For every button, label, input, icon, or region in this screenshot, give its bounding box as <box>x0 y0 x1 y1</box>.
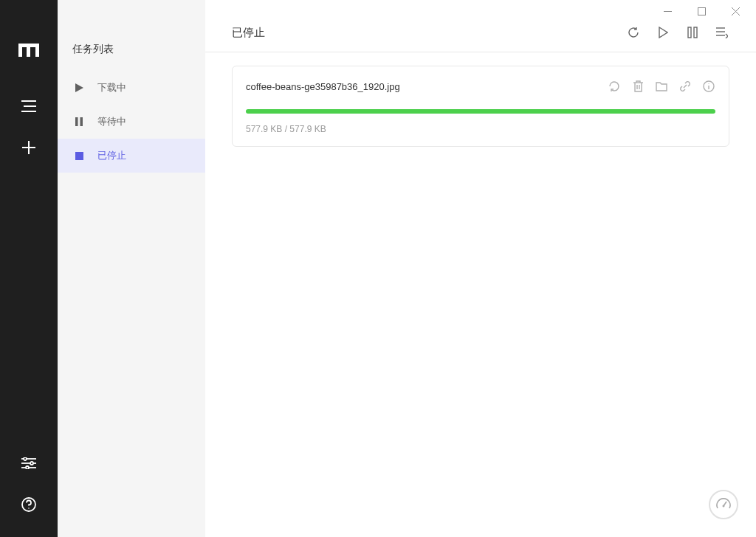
tasks-nav-icon[interactable] <box>0 86 58 127</box>
window-close-button[interactable] <box>718 1 752 21</box>
window-maximize-button[interactable] <box>684 1 718 21</box>
add-nav-icon[interactable] <box>0 127 58 168</box>
app-logo <box>0 30 58 71</box>
svg-point-8 <box>30 462 33 465</box>
sidebar-item-label: 已停止 <box>97 149 126 162</box>
sidebar-item-label: 下载中 <box>97 81 126 94</box>
sidebar-item-stopped[interactable]: 已停止 <box>58 139 205 173</box>
sidebar-item-downloading[interactable]: 下载中 <box>58 71 205 105</box>
svg-rect-20 <box>688 27 691 38</box>
sidebar-item-label: 等待中 <box>97 115 126 128</box>
progress-bar <box>246 109 715 114</box>
link-icon[interactable] <box>678 80 692 93</box>
task-filename: coffee-beans-ge35987b36_1920.jpg <box>246 81 400 92</box>
pause-button[interactable] <box>685 25 700 40</box>
task-size-text: 577.9 KB / 577.9 KB <box>246 124 715 134</box>
svg-rect-21 <box>694 27 697 38</box>
svg-point-6 <box>24 457 27 460</box>
refresh-button[interactable] <box>626 25 641 40</box>
stop-icon <box>72 152 86 160</box>
sidebar-item-waiting[interactable]: 等待中 <box>58 105 205 139</box>
delete-icon[interactable] <box>631 80 645 93</box>
svg-point-12 <box>28 507 30 509</box>
window-minimize-button[interactable] <box>650 1 684 21</box>
restart-icon[interactable] <box>608 80 621 93</box>
svg-rect-15 <box>75 152 83 160</box>
settings-nav-icon[interactable] <box>0 443 58 484</box>
svg-rect-17 <box>698 7 705 15</box>
speed-fab[interactable] <box>709 490 738 519</box>
play-icon <box>72 83 86 92</box>
resume-button[interactable] <box>656 25 670 40</box>
svg-point-31 <box>723 505 725 507</box>
help-nav-icon[interactable] <box>0 484 58 525</box>
svg-point-10 <box>26 466 29 469</box>
svg-point-29 <box>708 83 709 84</box>
svg-rect-13 <box>75 117 78 126</box>
folder-icon[interactable] <box>655 80 668 93</box>
page-title: 已停止 <box>232 26 265 40</box>
info-icon[interactable] <box>702 80 715 93</box>
pause-icon <box>72 117 86 126</box>
sidebar-section-title: 任务列表 <box>58 35 205 71</box>
task-card[interactable]: coffee-beans-ge35987b36_1920.jpg <box>232 66 729 147</box>
clear-button[interactable] <box>715 25 729 40</box>
svg-rect-14 <box>80 117 83 126</box>
